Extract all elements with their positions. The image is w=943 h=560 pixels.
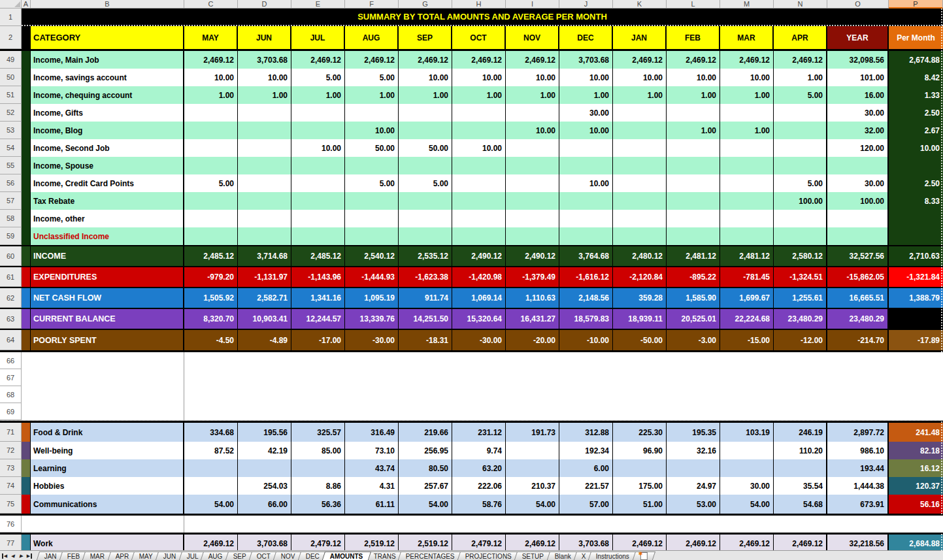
row-header-75[interactable]: 75 (0, 495, 22, 514)
empty-cell[interactable] (31, 369, 184, 386)
empty-cell[interactable] (774, 516, 827, 533)
empty-cell[interactable] (667, 386, 720, 403)
row-header-67[interactable]: 67 (0, 369, 22, 386)
empty-cell[interactable] (452, 386, 506, 403)
category-cell[interactable]: 110.20 (774, 442, 827, 459)
category-cell[interactable]: 175.00 (613, 477, 667, 495)
income-indicator-cell[interactable] (22, 104, 31, 122)
income-year-cell[interactable] (827, 210, 889, 227)
band-cell[interactable]: 1,585.90 (667, 288, 720, 308)
band-cell[interactable]: -18.31 (399, 330, 452, 350)
category-cell[interactable]: 87.52 (184, 442, 238, 459)
income-cell[interactable]: 2,469.12 (291, 51, 345, 69)
band-per-month-cell[interactable]: -17.89 (889, 330, 943, 350)
band-cell[interactable]: 2,485.12 (184, 246, 238, 266)
band-cell[interactable]: 1,341.16 (291, 288, 345, 308)
income-cell[interactable] (613, 227, 667, 245)
band-cell[interactable]: -1,616.12 (559, 267, 613, 287)
income-row-label[interactable]: Income, chequing account (31, 86, 184, 104)
empty-cell[interactable] (238, 386, 291, 403)
empty-cell[interactable] (827, 403, 889, 420)
income-cell[interactable] (399, 104, 452, 122)
month-header-sep[interactable]: SEP (399, 26, 452, 49)
category-cell[interactable]: 192.34 (559, 442, 613, 459)
category-cell[interactable]: 254.03 (238, 477, 291, 495)
category-cell[interactable]: 256.95 (399, 442, 452, 459)
income-cell[interactable] (720, 210, 774, 227)
band-cell[interactable]: -781.45 (720, 267, 774, 287)
income-year-cell[interactable] (827, 157, 889, 174)
income-cell[interactable] (506, 192, 559, 210)
empty-cell[interactable] (559, 403, 613, 420)
band-cell[interactable]: 14,251.50 (399, 309, 452, 329)
category-cell[interactable]: 2,469.12 (720, 535, 774, 552)
income-cell[interactable] (184, 157, 238, 174)
category-per-month-cell[interactable]: 56.16 (889, 495, 943, 514)
income-row-label[interactable]: Income, Spouse (31, 157, 184, 174)
category-cell[interactable]: 61.11 (345, 495, 399, 514)
category-color-indicator[interactable] (22, 477, 31, 495)
empty-cell[interactable] (184, 386, 238, 403)
income-year-cell[interactable]: 101.00 (827, 69, 889, 86)
band-cell[interactable]: 2,481.12 (720, 246, 774, 266)
income-cell[interactable] (559, 139, 613, 157)
category-cell[interactable] (291, 459, 345, 477)
sheet-tab-percentages[interactable]: PERCENTAGES (398, 552, 463, 560)
band-label[interactable]: INCOME (31, 246, 184, 266)
category-color-indicator[interactable] (22, 442, 31, 459)
category-cell[interactable]: 80.50 (399, 459, 452, 477)
category-cell[interactable]: 54.00 (184, 495, 238, 514)
category-per-month-cell[interactable]: 16.12 (889, 459, 943, 477)
band-cell[interactable]: -50.00 (613, 330, 667, 350)
category-row-label[interactable]: Food & Drink (31, 423, 184, 442)
band-cell[interactable]: 13,339.76 (345, 309, 399, 329)
income-indicator-cell[interactable] (22, 174, 31, 192)
income-cell[interactable]: 3,703.68 (559, 51, 613, 69)
income-cell[interactable]: 2,469.12 (345, 51, 399, 69)
empty-cell[interactable] (399, 386, 452, 403)
income-per-month-cell[interactable]: 2,674.88 (889, 51, 943, 69)
header-col-a-cell[interactable] (22, 26, 31, 49)
income-year-cell[interactable]: 32,098.56 (827, 51, 889, 69)
income-cell[interactable]: 1.00 (506, 86, 559, 104)
row-header-54[interactable]: 54 (0, 139, 22, 157)
category-color-indicator[interactable] (22, 495, 31, 514)
income-year-cell[interactable]: 100.00 (827, 192, 889, 210)
row-header-74[interactable]: 74 (0, 477, 22, 495)
empty-cell[interactable] (291, 386, 345, 403)
column-header-i[interactable]: I (506, 0, 559, 8)
band-cell[interactable]: 12,244.57 (291, 309, 345, 329)
category-cell[interactable]: 35.54 (774, 477, 827, 495)
band-cell[interactable]: 2,582.71 (238, 288, 291, 308)
income-cell[interactable] (774, 139, 827, 157)
income-cell[interactable] (667, 139, 720, 157)
category-row-label[interactable]: Work (31, 535, 184, 552)
empty-cell[interactable] (22, 352, 31, 369)
row-header-64[interactable]: 64 (0, 330, 22, 350)
income-cell[interactable] (238, 139, 291, 157)
row-header-77[interactable]: 77 (0, 535, 22, 552)
band-cell[interactable]: 1,699.67 (720, 288, 774, 308)
category-cell[interactable]: 257.67 (399, 477, 452, 495)
empty-cell[interactable] (889, 352, 943, 369)
empty-cell[interactable] (345, 386, 399, 403)
empty-cell[interactable] (345, 352, 399, 369)
row-header-50[interactable]: 50 (0, 69, 22, 86)
row-header-2[interactable]: 2 (0, 26, 22, 49)
band-cell[interactable]: 1,255.61 (774, 288, 827, 308)
band-indicator-cell[interactable] (22, 309, 31, 329)
category-cell[interactable]: 6.00 (559, 459, 613, 477)
income-cell[interactable] (238, 174, 291, 192)
month-header-jul[interactable]: JUL (291, 26, 345, 49)
month-header-nov[interactable]: NOV (506, 26, 559, 49)
income-cell[interactable]: 2,469.12 (506, 51, 559, 69)
income-cell[interactable] (291, 104, 345, 122)
category-per-month-cell[interactable]: 241.48 (889, 423, 943, 442)
band-cell[interactable]: 3,714.68 (238, 246, 291, 266)
empty-cell[interactable] (889, 369, 943, 386)
band-cell[interactable]: 3,764.68 (559, 246, 613, 266)
income-cell[interactable]: 1.00 (238, 86, 291, 104)
income-per-month-cell[interactable]: 2.67 (889, 122, 943, 139)
empty-cell[interactable] (399, 369, 452, 386)
category-cell[interactable]: 43.74 (345, 459, 399, 477)
